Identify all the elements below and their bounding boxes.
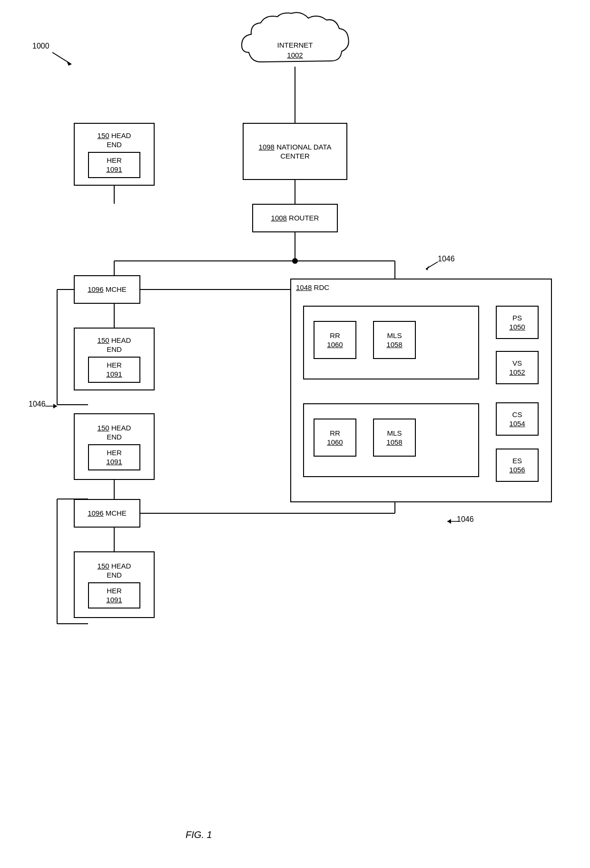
her4-inner: HER1091 [88, 582, 140, 609]
svg-point-3 [292, 258, 298, 264]
mche-2-node: 1096 MCHE [74, 499, 140, 528]
rr-2-node: RR1060 [314, 419, 356, 457]
mls-1-node: MLS1058 [373, 321, 416, 359]
router-ref: 1008 [271, 214, 287, 222]
ndc-label: NATIONAL DATA CENTER [276, 143, 331, 160]
head-end-2-node: 150 HEADEND HER1091 [74, 328, 155, 390]
internet-label: INTERNET [277, 40, 313, 50]
rdc-inner-top: RR1060 MLS1058 [303, 306, 479, 379]
router-label: ROUTER [289, 214, 319, 222]
arrow-1046-bottom [445, 514, 464, 529]
arrow-1000 [48, 48, 76, 67]
svg-marker-28 [53, 404, 57, 409]
her1-inner: HER1091 [88, 152, 140, 178]
rdc-inner-bottom: RR1060 MLS1058 [303, 403, 479, 477]
ndc-ref: 1098 [259, 143, 275, 151]
svg-marker-26 [426, 266, 429, 270]
diagram: 1000 INTERNET 1002 1098 NATIONAL DATA CE… [0, 0, 590, 868]
her2-inner: HER1091 [88, 357, 140, 383]
arrow-1046-left [43, 399, 62, 413]
svg-marker-30 [447, 519, 451, 524]
head-end-3-node: 150 HEADEND HER1091 [74, 413, 155, 480]
mche-1-node: 1096 MCHE [74, 275, 140, 304]
her3-inner: HER1091 [88, 444, 140, 470]
mls-2-node: MLS1058 [373, 419, 416, 457]
diagram-ref-1000: 1000 [32, 42, 49, 50]
figure-label: FIG. 1 [186, 829, 212, 840]
internet-cloud: INTERNET 1002 [237, 10, 353, 76]
he1-ref: 150 [98, 131, 109, 140]
rr-1-node: RR1060 [314, 321, 356, 359]
arrow-1046-top [423, 257, 442, 271]
rdc-container: 1048 RDC RR1060 MLS1058 PS1050 VS1052 RR… [290, 279, 552, 502]
internet-ref: 1002 [277, 50, 313, 60]
head-end-4-node: 150 HEADEND HER1091 [74, 551, 155, 618]
vs-node: VS1052 [496, 351, 539, 384]
ps-node: PS1050 [496, 306, 539, 339]
national-data-center-node: 1098 NATIONAL DATA CENTER [243, 123, 347, 180]
head-end-1-node: 150 HEADEND HER1091 [74, 123, 155, 186]
es-node: ES1056 [496, 449, 539, 482]
cs-node: CS1054 [496, 402, 539, 436]
mche1-ref: 1096 [88, 285, 103, 293]
router-node: 1008 ROUTER [252, 204, 338, 232]
rdc-label: 1048 RDC [296, 283, 329, 291]
